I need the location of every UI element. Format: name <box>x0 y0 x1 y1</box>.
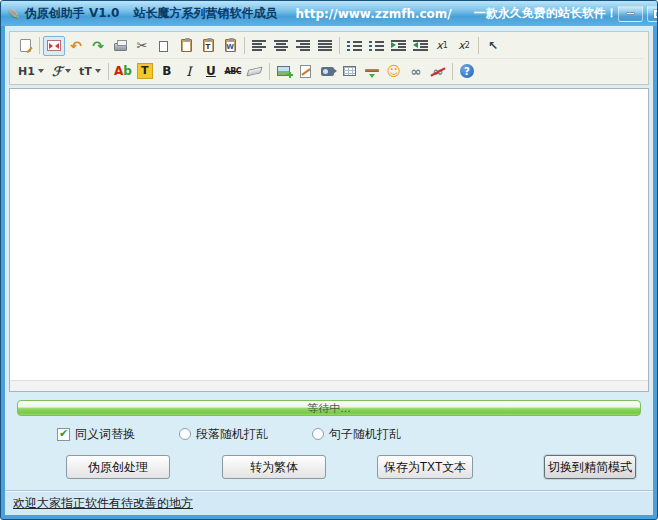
undo-icon[interactable]: ↶ <box>65 36 87 56</box>
process-button[interactable]: 伪原创处理 <box>66 455 170 479</box>
font-family-dropdown[interactable]: ℱ <box>48 61 75 81</box>
pencil-app-icon: ✎ <box>8 6 20 22</box>
sentence-shuffle-label: 句子随机打乱 <box>329 426 401 443</box>
window-controls: × <box>618 6 658 22</box>
progress-bar: 等待中... <box>17 400 641 416</box>
heading-style-dropdown[interactable]: H1 <box>14 61 48 81</box>
editor-toolbar: ↶ ↷ ✂ T W x1 x2 ↖ <box>9 31 649 85</box>
status-bar: 欢迎大家指正软件有待改善的地方 <box>5 490 653 515</box>
editor-area[interactable] <box>9 88 649 392</box>
chevron-down-icon <box>95 69 101 73</box>
minimize-icon <box>626 12 635 15</box>
toolbar-row-1: ↶ ↷ ✂ T W x1 x2 ↖ <box>14 33 644 58</box>
paragraph-shuffle-radio[interactable]: 段落随机打乱 <box>179 426 268 443</box>
to-traditional-button[interactable]: 转为繁体 <box>222 455 326 479</box>
insert-image-icon[interactable] <box>273 61 295 81</box>
outdent-icon[interactable] <box>409 36 431 56</box>
app-window: ✎ 伪原创助手 V1.0 站长魔方系列营销软件成员 http://www.zzm… <box>0 0 658 520</box>
progress-status-text: 等待中... <box>307 401 351 416</box>
crop-marks-toggle-icon[interactable] <box>43 36 65 56</box>
toolbar-separator <box>269 63 270 80</box>
ordered-list-icon[interactable] <box>343 36 365 56</box>
print-icon[interactable] <box>109 36 131 56</box>
radio-unselected-icon <box>179 428 191 440</box>
page-shape <box>20 39 31 52</box>
remove-link-icon[interactable]: ∞ <box>427 61 449 81</box>
copy-icon[interactable] <box>153 36 175 56</box>
paragraph-shuffle-label: 段落随机打乱 <box>196 426 268 443</box>
toolbar-separator <box>339 37 340 54</box>
paste-icon[interactable] <box>175 36 197 56</box>
insert-hr-icon[interactable] <box>361 61 383 81</box>
insert-link-icon[interactable]: ∞ <box>405 61 427 81</box>
titlebar: ✎ 伪原创助手 V1.0 站长魔方系列营销软件成员 http://www.zzm… <box>1 1 657 26</box>
toolbar-separator <box>108 63 109 80</box>
font-size-dropdown[interactable]: tT <box>75 61 105 81</box>
toolbar-separator <box>39 37 40 54</box>
chevron-down-icon <box>38 69 44 73</box>
align-right-icon[interactable] <box>292 36 314 56</box>
select-cursor-icon[interactable]: ↖ <box>482 36 504 56</box>
action-buttons-row: 伪原创处理 转为繁体 保存为TXT文本 切换到精简模式 <box>9 452 649 482</box>
toolbar-separator <box>478 37 479 54</box>
feedback-link[interactable]: 欢迎大家指正软件有待改善的地方 <box>13 495 193 512</box>
client-area: ↶ ↷ ✂ T W x1 x2 ↖ <box>5 26 653 515</box>
new-document-icon[interactable] <box>14 36 36 56</box>
switch-mode-button[interactable]: 切换到精简模式 <box>544 455 636 479</box>
strikethrough-icon[interactable]: ABC <box>222 61 244 81</box>
radio-unselected-icon <box>312 428 324 440</box>
align-center-icon[interactable] <box>270 36 292 56</box>
help-icon[interactable]: ? <box>456 61 478 81</box>
options-row: ✔ 同义词替换 段落随机打乱 句子随机打乱 <box>9 422 649 446</box>
insert-table-icon[interactable] <box>339 61 361 81</box>
redo-icon[interactable]: ↷ <box>87 36 109 56</box>
emoticon-icon[interactable]: ☺ <box>383 61 405 81</box>
superscript-icon[interactable]: x2 <box>453 36 475 56</box>
sentence-shuffle-radio[interactable]: 句子随机打乱 <box>312 426 401 443</box>
app-subtitle: 站长魔方系列营销软件成员 <box>133 5 277 22</box>
subscript-icon[interactable]: x1 <box>431 36 453 56</box>
insert-media-icon[interactable] <box>317 61 339 81</box>
maximize-button[interactable] <box>647 6 658 22</box>
app-url: http://www.zzmfh.com/ <box>295 7 451 21</box>
chevron-down-icon <box>65 69 71 73</box>
italic-icon[interactable]: I <box>178 61 200 81</box>
toolbar-separator <box>452 63 453 80</box>
align-left-icon[interactable] <box>248 36 270 56</box>
marks-shape <box>47 40 61 51</box>
insert-flash-icon[interactable] <box>295 61 317 81</box>
synonym-replace-label: 同义词替换 <box>75 426 135 443</box>
underline-icon[interactable]: U <box>200 61 222 81</box>
synonym-replace-checkbox[interactable]: ✔ 同义词替换 <box>57 426 135 443</box>
align-justify-icon[interactable] <box>314 36 336 56</box>
cut-icon[interactable]: ✂ <box>131 36 153 56</box>
font-color-icon[interactable]: Ab <box>112 61 134 81</box>
checkbox-checked-icon: ✔ <box>57 428 70 441</box>
minimize-button[interactable] <box>618 6 643 22</box>
maximize-icon <box>654 10 658 18</box>
paste-from-word-icon[interactable]: W <box>219 36 241 56</box>
indent-icon[interactable] <box>387 36 409 56</box>
toolbar-separator <box>244 37 245 54</box>
unordered-list-icon[interactable] <box>365 36 387 56</box>
toolbar-row-2: H1 ℱ tT Ab T B I U ABC ☺ ∞ ∞ <box>14 58 644 83</box>
save-txt-button[interactable]: 保存为TXT文本 <box>377 455 473 479</box>
app-title: 伪原创助手 V1.0 <box>25 5 120 22</box>
remove-format-icon[interactable] <box>244 61 266 81</box>
highlight-icon[interactable]: T <box>134 61 156 81</box>
bold-icon[interactable]: B <box>156 61 178 81</box>
paste-as-text-icon[interactable]: T <box>197 36 219 56</box>
app-slogan: 一款永久免费的站长软件！ <box>474 5 618 22</box>
